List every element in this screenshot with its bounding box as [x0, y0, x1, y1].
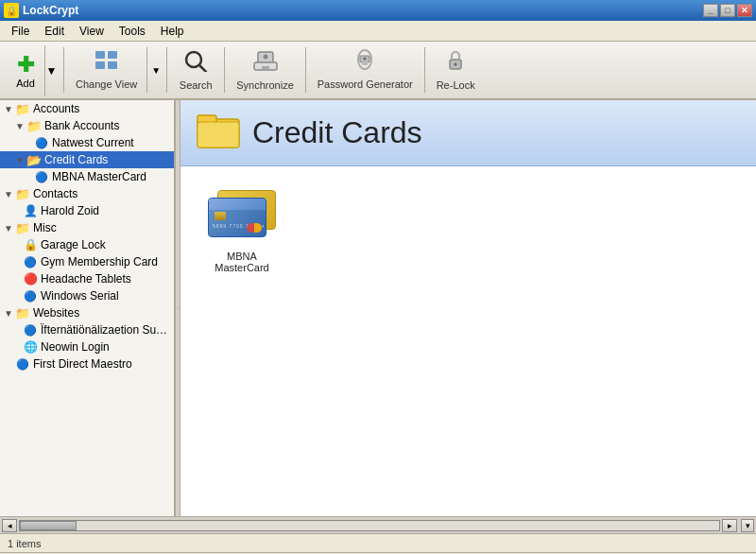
svg-point-13 — [364, 58, 367, 61]
password-generator-button[interactable]: Password Generator — [311, 44, 420, 95]
add-dropdown-button[interactable]: ▼ — [44, 45, 58, 96]
add-main-button[interactable]: ✚ Add — [7, 45, 44, 96]
folder-icon: 📁 — [15, 306, 30, 320]
svg-rect-2 — [95, 61, 105, 69]
web-entry-icon: 🔵 — [23, 323, 38, 337]
sidebar-label-headache: Headache Tablets — [41, 272, 131, 286]
sidebar-item-accounts[interactable]: ▼ 📁 Accounts — [0, 100, 174, 117]
change-view-icon — [94, 50, 119, 77]
app-icon: 🔒 — [4, 3, 19, 18]
scroll-thumb[interactable] — [20, 521, 77, 530]
change-view-dropdown[interactable]: ▼ — [150, 44, 162, 95]
password-generator-icon — [352, 48, 377, 77]
card-icon: 🔵 — [34, 170, 49, 183]
expand-icon: ▼ — [15, 121, 26, 131]
maestro-icon: 🔵 — [15, 357, 30, 371]
globe-icon: 🌐 — [23, 340, 38, 354]
content-item-mbna[interactable]: 5699 7700 1234 • MBNA MasterCard — [199, 185, 284, 278]
entry-icon: 🔵 — [34, 136, 49, 149]
close-button[interactable]: ✕ — [737, 4, 752, 17]
svg-point-15 — [455, 63, 457, 66]
sidebar-label-first-direct: First Direct Maestro — [33, 357, 132, 371]
sidebar-item-mbna[interactable]: 🔵 MBNA MasterCard — [0, 168, 174, 185]
app-title: LockCrypt — [23, 4, 703, 17]
toolbar-sep-5 — [424, 47, 425, 93]
content-body: 5699 7700 1234 • MBNA MasterCard — [180, 166, 756, 516]
expand-icon: ▼ — [4, 104, 15, 114]
content-area: Credit Cards 5699 7700 1234 • MBNA Maste… — [180, 100, 756, 516]
lock-icon: 🔒 — [23, 238, 38, 251]
sidebar-item-contacts[interactable]: ▼ 📁 Contacts — [0, 185, 174, 202]
sidebar-item-garage[interactable]: 🔒 Garage Lock — [0, 236, 174, 253]
menu-tools[interactable]: Tools — [112, 23, 153, 40]
sidebar-item-websites[interactable]: ▼ 📁 Websites — [0, 304, 174, 321]
sidebar-label-garage: Garage Lock — [41, 238, 106, 251]
menu-help[interactable]: Help — [153, 23, 192, 40]
scroll-down-button[interactable]: ▾ — [741, 519, 754, 532]
sidebar-label-misc: Misc — [33, 221, 57, 234]
item-count: 1 items — [8, 538, 41, 549]
sidebar-item-harold[interactable]: 👤 Harold Zoid — [0, 202, 174, 219]
sidebar-item-gym[interactable]: 🔵 Gym Membership Card — [0, 253, 174, 270]
contact-icon: 👤 — [23, 204, 38, 217]
svg-rect-1 — [108, 51, 117, 59]
search-icon — [183, 49, 208, 78]
card-logo — [247, 223, 262, 233]
toolbar-sep-1 — [63, 47, 64, 93]
sidebar-item-headache[interactable]: 🔴 Headache Tablets — [0, 270, 174, 287]
sidebar-item-windows[interactable]: 🔵 Windows Serial — [0, 287, 174, 304]
synchronize-button[interactable]: Synchronize — [230, 44, 301, 95]
scroll-right-button[interactable]: ▸ — [722, 519, 737, 532]
folder-icon: 📁 — [15, 221, 30, 234]
add-button-group[interactable]: ✚ Add ▼ — [6, 44, 59, 95]
card-visual: 5699 7700 1234 • — [208, 190, 276, 247]
change-view-dropdown-sep — [146, 47, 147, 93]
add-icon: ✚ — [17, 53, 34, 78]
sidebar-label-accounts: Accounts — [33, 102, 79, 115]
titlebar: 🔒 LockCrypt _ □ ✕ — [0, 0, 756, 21]
sidebar-label-gym: Gym Membership Card — [41, 255, 158, 268]
content-header-icon — [196, 108, 241, 158]
sidebar-item-iftern[interactable]: 🔵 Ïfternätiönälizaetion Suppo — [0, 321, 174, 338]
content-header: Credit Cards — [180, 100, 756, 166]
expand-icon: ▼ — [4, 308, 15, 319]
maximize-button[interactable]: □ — [720, 4, 735, 17]
pill-icon: 🔴 — [23, 272, 38, 286]
password-generator-label: Password Generator — [318, 78, 413, 91]
svg-rect-8 — [262, 66, 269, 69]
minimize-button[interactable]: _ — [703, 4, 718, 17]
add-label: Add — [16, 78, 35, 89]
sidebar-item-bank-accounts[interactable]: ▼ 📁 Bank Accounts — [0, 117, 174, 134]
scroll-left-button[interactable]: ◂ — [2, 519, 17, 532]
open-folder-icon: 📂 — [26, 153, 42, 166]
menu-view[interactable]: View — [72, 23, 112, 40]
menu-edit[interactable]: Edit — [37, 23, 72, 40]
gym-icon: 🔵 — [23, 255, 38, 268]
sidebar: ▼ 📁 Accounts ▼ 📁 Bank Accounts 🔵 Natwest… — [0, 100, 175, 516]
relock-label: Re-Lock — [437, 79, 475, 91]
svg-rect-18 — [198, 122, 239, 147]
sidebar-label-credit-cards: Credit Cards — [44, 153, 108, 166]
menu-file[interactable]: File — [4, 23, 37, 40]
sidebar-item-credit-cards[interactable]: ▼ 📂 Credit Cards — [0, 151, 174, 168]
synchronize-icon — [252, 49, 279, 78]
sidebar-item-natwest[interactable]: 🔵 Natwest Current — [0, 134, 174, 151]
search-button[interactable]: Search — [172, 44, 219, 95]
search-label: Search — [180, 79, 213, 91]
toolbar-sep-2 — [166, 47, 167, 93]
change-view-button[interactable]: Change View — [69, 44, 144, 95]
sidebar-item-first-direct[interactable]: 🔵 First Direct Maestro — [0, 355, 174, 372]
svg-point-9 — [263, 55, 267, 60]
sidebar-item-misc[interactable]: ▼ 📁 Misc — [0, 219, 174, 236]
sidebar-label-mbna: MBNA MasterCard — [52, 170, 146, 183]
folder-icon: 📁 — [15, 102, 30, 115]
synchronize-label: Synchronize — [236, 79, 294, 91]
sidebar-label-harold: Harold Zoid — [41, 204, 99, 217]
toolbar: ✚ Add ▼ Change View ▼ Search — [0, 42, 756, 100]
expand-icon: ▼ — [4, 189, 15, 199]
content-header-title: Credit Cards — [252, 115, 422, 150]
folder-icon: 📁 — [26, 119, 42, 132]
relock-button[interactable]: Re-Lock — [430, 44, 482, 95]
scroll-track — [19, 520, 720, 531]
sidebar-item-neowin[interactable]: 🌐 Neowin Login — [0, 338, 174, 355]
